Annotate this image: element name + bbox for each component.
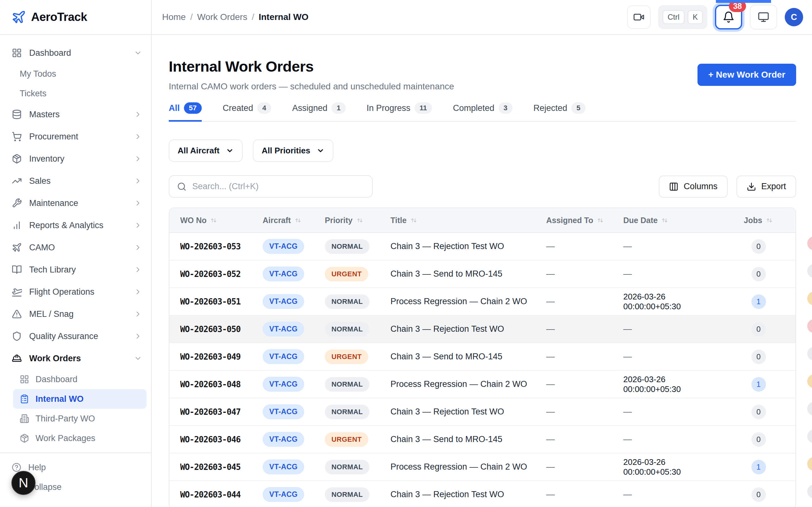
sidebar-item-procurement[interactable]: Procurement [0, 125, 151, 148]
sidebar-item-label: Help [28, 463, 46, 472]
chevron-right-icon [134, 199, 142, 207]
aircraft-badge: VT-ACG [263, 349, 304, 364]
nextjs-dev-badge[interactable]: N [11, 471, 36, 495]
sidebar-item-maintenance[interactable]: Maintenance [0, 192, 151, 214]
sidebar-item-work-orders[interactable]: Work Orders [0, 347, 151, 370]
sidebar-item-flight-operations[interactable]: Flight Operations [0, 281, 151, 303]
chevron-right-icon [134, 155, 142, 163]
table-row[interactable]: WO-202603-052 VT-ACG URGENT Chain 3 — Se… [169, 261, 796, 288]
column-header-due-date[interactable]: Due Date [623, 216, 722, 225]
column-header-aircraft[interactable]: Aircraft [263, 216, 321, 225]
new-work-order-button[interactable]: + New Work Order [698, 64, 796, 86]
jobs-cell: 1 [722, 294, 796, 309]
tab-completed[interactable]: Completed 3 [453, 102, 513, 122]
bell-icon [722, 11, 734, 23]
wo-title: Chain 3 — Rejection Test WO [391, 490, 546, 499]
sidebar-item-label: Reports & Analytics [29, 221, 103, 230]
aircraft-filter-select[interactable]: All Aircraft [169, 139, 243, 162]
screen-record-button[interactable] [627, 5, 651, 29]
column-header-wo-no[interactable]: WO No [169, 216, 263, 225]
sidebar-item-internal-wo[interactable]: Internal WO [13, 389, 147, 409]
column-header-priority[interactable]: Priority [321, 216, 391, 225]
search-box[interactable] [169, 175, 373, 198]
table-row[interactable]: WO-202603-047 VT-ACG NORMAL Chain 3 — Re… [169, 398, 796, 426]
sidebar-item-work-packages[interactable]: Work Packages [13, 429, 147, 448]
priority-badge: URGENT [325, 267, 368, 281]
jobs-count-badge: 1 [751, 377, 766, 392]
sidebar-item-wo-dashboard[interactable]: Dashboard [13, 370, 147, 389]
sidebar-item-label: Work Packages [36, 434, 96, 443]
tab-count: 11 [415, 102, 432, 114]
table-row[interactable]: WO-202603-046 VT-ACG URGENT Chain 3 — Se… [169, 426, 796, 453]
wo-number: WO-202603-045 [169, 462, 263, 472]
sidebar-item-my-todos[interactable]: My Todos [0, 64, 151, 83]
page-content: Internal Work Orders Internal CAMO work … [152, 58, 812, 507]
priority-filter-select[interactable]: All Priorities [253, 139, 334, 162]
alert-triangle-icon [12, 309, 22, 319]
sidebar-item-label: Dashboard [29, 48, 71, 58]
priority-badge: NORMAL [325, 405, 369, 419]
table-row[interactable]: WO-202603-053 VT-ACG NORMAL Chain 3 — Re… [169, 233, 796, 261]
breadcrumb: Home / Work Orders / Internal WO [162, 12, 309, 22]
chevron-right-icon [134, 110, 142, 118]
sidebar-item-reports-analytics[interactable]: Reports & Analytics [0, 214, 151, 236]
search-input[interactable] [192, 181, 364, 191]
priority-cell: NORMAL [321, 405, 391, 419]
columns-button[interactable]: Columns [659, 176, 728, 198]
table-row[interactable]: WO-202603-044 VT-ACG NORMAL Chain 3 — Re… [169, 481, 796, 507]
sidebar-item-mel-snag[interactable]: MEL / Snag [0, 303, 151, 325]
sidebar-item-inventory[interactable]: Inventory [0, 148, 151, 170]
priority-cell: NORMAL [321, 322, 391, 337]
tab-rejected[interactable]: Rejected 5 [534, 102, 586, 122]
tab-count: 3 [499, 102, 513, 114]
user-avatar[interactable]: C [785, 8, 803, 26]
sidebar-item-camo[interactable]: CAMO [0, 236, 151, 259]
tab-created[interactable]: Created 4 [223, 102, 271, 122]
table-row[interactable]: WO-202603-048 VT-ACG NORMAL Process Regr… [169, 371, 796, 398]
wo-number: WO-202603-044 [169, 490, 263, 499]
sidebar-item-third-party-wo[interactable]: Third-Party WO [13, 409, 147, 429]
wo-title: Chain 3 — Rejection Test WO [391, 241, 546, 251]
notifications-button[interactable]: 38 [715, 5, 742, 30]
aircraft-cell: VT-ACG [263, 267, 321, 281]
tab-label: All [169, 103, 180, 113]
sidebar-item-label: Dashboard [36, 375, 78, 384]
export-button[interactable]: Export [737, 176, 796, 198]
column-header-jobs[interactable]: Jobs [722, 216, 796, 225]
sidebar-item-tickets[interactable]: Tickets [0, 83, 151, 103]
sidebar-item-quality-assurance[interactable]: Quality Assurance [0, 325, 151, 347]
command-palette-shortcut[interactable]: Ctrl K [658, 5, 707, 29]
tab-count: 1 [332, 102, 345, 114]
wo-number: WO-202603-046 [169, 435, 263, 444]
tab-assigned[interactable]: Assigned 1 [292, 102, 345, 122]
table-row[interactable]: WO-202603-049 VT-ACG URGENT Chain 3 — Se… [169, 343, 796, 371]
display-settings-button[interactable] [750, 5, 777, 30]
wo-title: Chain 3 — Send to MRO-145 [391, 435, 546, 444]
wo-title: Chain 3 — Send to MRO-145 [391, 269, 546, 279]
status-tabs: All 57 Created 4 Assigned 1 In Progress … [169, 102, 796, 122]
work-orders-table: WO No Aircraft Priority Title Assigned T… [169, 208, 796, 507]
table-row[interactable]: WO-202603-051 VT-ACG NORMAL Process Regr… [169, 288, 796, 316]
tab-all[interactable]: All 57 [169, 102, 202, 122]
sidebar-item-masters[interactable]: Masters [0, 103, 151, 125]
column-header-title[interactable]: Title [391, 216, 546, 225]
table-row[interactable]: WO-202603-045 VT-ACG NORMAL Process Regr… [169, 453, 796, 481]
building-icon [20, 414, 29, 424]
tab-in-progress[interactable]: In Progress 11 [367, 102, 432, 122]
wo-number: WO-202603-048 [169, 380, 263, 389]
sidebar-item-sales[interactable]: Sales [0, 170, 151, 192]
breadcrumb-home[interactable]: Home [162, 12, 186, 22]
page-title: Internal Work Orders [169, 58, 454, 75]
chevron-right-icon [134, 221, 142, 229]
sidebar-item-dashboard[interactable]: Dashboard [0, 42, 151, 64]
bar-chart-icon [12, 220, 22, 230]
sidebar-nav: Dashboard My Todos Tickets Masters Procu… [0, 35, 151, 497]
jobs-cell: 1 [722, 377, 796, 392]
cart-icon [12, 131, 22, 142]
chevron-down-icon [134, 49, 142, 57]
breadcrumb-work-orders[interactable]: Work Orders [197, 12, 247, 22]
column-header-assigned-to[interactable]: Assigned To [546, 216, 623, 225]
sidebar-item-label: Work Orders [29, 354, 81, 363]
table-row[interactable]: WO-202603-050 VT-ACG NORMAL Chain 3 — Re… [169, 316, 796, 343]
sidebar-item-tech-library[interactable]: Tech Library [0, 259, 151, 281]
